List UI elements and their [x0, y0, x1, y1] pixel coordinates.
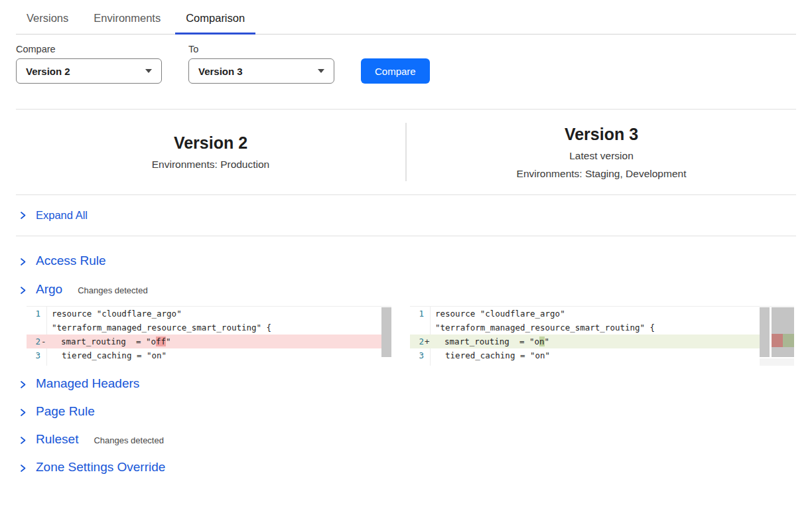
version-right-environments: Environments: Staging, Development — [517, 168, 687, 180]
overview-removed-mark — [772, 334, 783, 347]
section-page-rule[interactable]: Page Rule — [16, 404, 796, 420]
diff-code-line: "terraform_managed_resource_smart_routin… — [27, 321, 381, 335]
diff-code-line: 2- smart_routing = "off" — [27, 335, 381, 348]
diff-code-line: 3 tiered_caching = "on" — [27, 348, 381, 362]
version-left-environments: Environments: Production — [152, 159, 269, 171]
overview-added-mark — [783, 334, 794, 347]
vertical-scrollbar[interactable] — [760, 307, 770, 357]
chevron-right-icon — [19, 436, 27, 445]
diff-code-line: "terraform_managed_resource_smart_routin… — [410, 321, 760, 335]
compare-field-label: Compare — [16, 44, 162, 54]
section-argo[interactable]: Argo Changes detected — [16, 282, 796, 298]
chevron-right-icon — [19, 258, 27, 266]
compare-from-value: Version 2 — [26, 66, 70, 77]
section-access-rule[interactable]: Access Rule — [16, 254, 796, 269]
compare-field: Compare Version 2 — [16, 44, 162, 84]
chevron-right-icon — [19, 464, 27, 473]
divider — [16, 236, 796, 236]
diff-code-line: 2+ smart_routing = "on" — [410, 335, 760, 348]
expand-all-button[interactable]: Expand All — [16, 195, 796, 236]
tab-versions[interactable]: Versions — [27, 0, 68, 34]
version-headers: Version 2 Environments: Production Versi… — [16, 110, 796, 194]
changes-detected-badge: Changes detected — [94, 435, 164, 445]
diff-code-line: 3 tiered_caching = "on" — [410, 348, 760, 362]
chevron-right-icon — [19, 380, 27, 389]
section-managed-headers[interactable]: Managed Headers — [16, 376, 796, 392]
compare-controls: Compare Version 2 To Version 3 Compare — [16, 44, 796, 84]
diff-panel-modified: 1resource "cloudflare_argo""terraform_ma… — [410, 306, 794, 366]
tab-bar: Versions Environments Comparison — [16, 0, 796, 35]
section-label: Zone Settings Override — [36, 460, 165, 475]
tab-environments[interactable]: Environments — [94, 0, 161, 34]
compare-from-select[interactable]: Version 2 — [16, 58, 162, 84]
section-zone-settings-override[interactable]: Zone Settings Override — [16, 460, 796, 476]
section-ruleset[interactable]: Ruleset Changes detected — [16, 432, 796, 448]
version-right-header: Version 3 Latest version Environments: S… — [407, 110, 796, 194]
argo-diff-viewer: 1resource "cloudflare_argo""terraform_ma… — [27, 306, 796, 366]
compare-to-value: Version 3 — [198, 66, 243, 77]
section-label: Page Rule — [36, 404, 95, 419]
to-field: To Version 3 — [188, 44, 334, 84]
changes-detected-badge: Changes detected — [78, 285, 148, 295]
expand-all-label: Expand All — [36, 209, 88, 222]
diff-code-line: 1resource "cloudflare_argo" — [410, 307, 760, 321]
tab-comparison[interactable]: Comparison — [186, 0, 245, 34]
diff-code-line: 1resource "cloudflare_argo" — [27, 307, 381, 321]
to-field-label: To — [188, 44, 334, 54]
section-label: Argo — [36, 282, 62, 297]
chevron-right-icon — [19, 211, 27, 220]
version-left-header: Version 2 Environments: Production — [16, 110, 405, 194]
compare-to-select[interactable]: Version 3 — [188, 58, 334, 84]
chevron-right-icon — [19, 286, 27, 295]
version-right-latest-label: Latest version — [569, 150, 634, 162]
section-label: Ruleset — [36, 432, 78, 447]
diff-code-line: } — [410, 362, 760, 366]
diff-overview-ruler — [772, 307, 794, 357]
version-left-title: Version 2 — [174, 133, 247, 153]
section-label: Access Rule — [36, 254, 106, 268]
version-right-title: Version 3 — [565, 125, 638, 144]
vertical-scrollbar[interactable] — [381, 307, 391, 357]
compare-button[interactable]: Compare — [361, 58, 430, 84]
scrollbar-corner — [760, 358, 794, 366]
diff-panel-original: 1resource "cloudflare_argo""terraform_ma… — [27, 306, 391, 366]
section-label: Managed Headers — [36, 376, 139, 391]
chevron-down-icon — [145, 69, 152, 73]
chevron-right-icon — [19, 408, 27, 417]
diff-code-line: } — [27, 362, 381, 366]
chevron-down-icon — [318, 69, 324, 73]
